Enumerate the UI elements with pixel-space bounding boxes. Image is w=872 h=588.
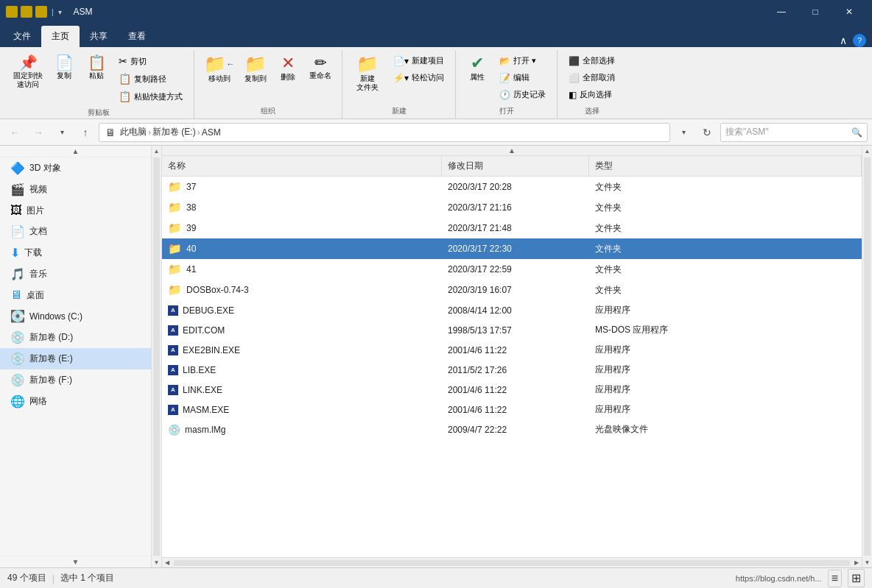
file-name: 📁 37 [162, 179, 442, 195]
sidebar-item-desktop[interactable]: 🖥 桌面 [0, 285, 151, 305]
refresh-button[interactable]: ↻ [697, 122, 717, 143]
tab-view[interactable]: 查看 [118, 26, 156, 47]
hscroll-thumb[interactable] [174, 560, 850, 566]
paste-label: 粘贴 [89, 71, 104, 80]
sidebar-item-video[interactable]: 🎬 视频 [0, 179, 151, 200]
hscroll-right[interactable]: ▶ [851, 558, 862, 568]
easyaccess-button[interactable]: ⚡▾ 轻松访问 [388, 70, 449, 85]
file-name-text: DOSBox-0.74-3 [186, 285, 249, 295]
newfolder-button[interactable]: 📁 新建文件夹 [348, 53, 387, 94]
table-row[interactable]: 📁 41 2020/3/17 22:59 文件夹 [162, 259, 862, 280]
paste-shortcut-button[interactable]: 📋 粘贴快捷方式 [113, 88, 188, 105]
sidebar-item-network[interactable]: 🌐 网络 [0, 391, 151, 412]
table-row[interactable]: A LIB.EXE 2011/5/2 17:26 应用程序 [162, 360, 862, 380]
sidebar-item-volume-f[interactable]: 💿 新加卷 (F:) [0, 369, 151, 391]
edit-label: 编辑 [513, 72, 530, 83]
open-label: 打开 [460, 105, 552, 118]
copy-button[interactable]: 📄 复制 [49, 53, 80, 82]
col-header-type[interactable]: 类型 [589, 156, 862, 176]
close-button[interactable]: ✕ [832, 0, 866, 24]
col-header-date[interactable]: 修改日期 [442, 156, 589, 176]
tab-home[interactable]: 主页 [41, 26, 80, 47]
sidebar-item-documents[interactable]: 📄 文档 [0, 221, 151, 242]
sidebar-item-pictures[interactable]: 🖼 图片 [0, 200, 151, 221]
video-icon: 🎬 [10, 183, 25, 196]
edit-button[interactable]: 📝 编辑 [494, 70, 551, 85]
newitem-button[interactable]: 📄▾ 新建项目 [388, 53, 449, 68]
file-name: A EXE2BIN.EXE [162, 344, 442, 357]
table-row[interactable]: A EDIT.COM 1998/5/13 17:57 MS-DOS 应用程序 [162, 320, 862, 340]
view-details-button[interactable]: ≡ [828, 570, 842, 587]
select-col: ⬛ 全部选择 ⬜ 全部取消 ◧ 反向选择 [563, 53, 620, 102]
history-icon: 🕐 [499, 90, 510, 100]
minimize-button[interactable]: — [764, 0, 798, 24]
vscroll-up[interactable]: ▲ [862, 146, 872, 156]
delete-label: 删除 [281, 73, 295, 82]
openfile-button[interactable]: 📂 打开 ▾ [494, 53, 551, 68]
invertselect-button[interactable]: ◧ 反向选择 [563, 87, 620, 102]
cut-button[interactable]: ✂ 剪切 [113, 53, 188, 69]
sidebar-scroll-up-btn[interactable]: ▲ [152, 146, 161, 156]
pin-icon: 📌 [19, 55, 38, 70]
tab-file[interactable]: 文件 [3, 26, 41, 47]
file-name-text: 39 [186, 223, 196, 233]
rename-button[interactable]: ✏ 重命名 [305, 53, 336, 82]
selectnone-button[interactable]: ⬜ 全部取消 [563, 70, 620, 85]
filelist-scroll-up[interactable]: ▲ [162, 146, 862, 156]
selectall-button[interactable]: ⬛ 全部选择 [563, 53, 620, 68]
search-box[interactable]: 搜索"ASM" 🔍 [720, 123, 868, 142]
sidebar-item-3dobjects[interactable]: 🔷 3D 对象 [0, 157, 151, 179]
sidebar-item-volume-d[interactable]: 💿 新加卷 (D:) [0, 327, 151, 348]
sidebar-scroll-thumb[interactable] [153, 157, 160, 556]
table-row[interactable]: 📁 DOSBox-0.74-3 2020/3/19 16:07 文件夹 [162, 280, 862, 300]
sidebar-scroll-up[interactable]: ▲ [0, 146, 151, 157]
view-large-button[interactable]: ⊞ [848, 569, 865, 587]
history-button[interactable]: 🕐 历史记录 [494, 87, 551, 102]
up-button[interactable]: ↑ [75, 122, 96, 143]
sidebar-item-volume-e[interactable]: 💿 新加卷 (E:) [0, 348, 151, 369]
sidebar-scroll-down-btn[interactable]: ▼ [152, 557, 161, 567]
properties-label: 属性 [470, 73, 485, 82]
table-row[interactable]: 💿 masm.lMg 2009/4/7 22:22 光盘映像文件 [162, 419, 862, 439]
sidebar-item-music[interactable]: 🎵 音乐 [0, 263, 151, 285]
hscroll-left[interactable]: ◀ [162, 558, 172, 568]
table-row[interactable]: A DEBUG.EXE 2008/4/14 12:00 应用程序 [162, 300, 862, 320]
pin-button[interactable]: 📌 固定到快速访问 [9, 53, 47, 91]
table-row[interactable]: A LINK.EXE 2001/4/6 11:22 应用程序 [162, 380, 862, 400]
video-label: 视频 [29, 183, 47, 196]
properties-button[interactable]: ✔ 属性 [462, 53, 493, 84]
ribbon-collapse-icon[interactable]: ∧ [840, 35, 847, 46]
app-icon-1 [6, 6, 18, 18]
paste-button[interactable]: 📋 粘贴 [81, 53, 112, 82]
horizontal-scrollbar[interactable]: ◀ ▶ [162, 557, 862, 567]
forward-button[interactable]: → [28, 122, 49, 143]
back-button[interactable]: ← [4, 122, 25, 143]
recent-button[interactable]: ▾ [52, 122, 72, 143]
col-header-name[interactable]: 名称 [162, 156, 442, 176]
help-icon[interactable]: ? [853, 34, 866, 47]
sidebar-scroll-down[interactable]: ▼ [0, 556, 151, 567]
sidebar: 🔷 3D 对象 🎬 视频 🖼 图片 📄 文档 ⬇ 下载 [0, 157, 151, 556]
sidebar-scrollbar[interactable]: ▲ ▼ [151, 146, 161, 567]
table-row[interactable]: 📁 37 2020/3/17 20:28 文件夹 [162, 177, 862, 197]
table-row[interactable]: A MASM.EXE 2001/4/6 11:22 应用程序 [162, 400, 862, 419]
copyto-button[interactable]: 📁 复制到 [240, 53, 271, 85]
sidebar-item-windowsc[interactable]: 💽 Windows (C:) [0, 305, 151, 327]
table-row[interactable]: A EXE2BIN.EXE 2001/4/6 11:22 应用程序 [162, 340, 862, 360]
delete-button[interactable]: ✕ 删除 [272, 53, 303, 84]
sidebar-item-downloads[interactable]: ⬇ 下载 [0, 242, 151, 263]
moveto-button[interactable]: 📁← 移动到 [200, 53, 239, 85]
table-row[interactable]: 📁 39 2020/3/17 21:48 文件夹 [162, 218, 862, 238]
address-path[interactable]: 🖥 此电脑 › 新加卷 (E:) › ASM [99, 123, 670, 142]
maximize-button[interactable]: □ [798, 0, 832, 24]
copy-path-button[interactable]: 📋 复制路径 [113, 71, 188, 87]
path-dropdown[interactable]: ▾ [673, 122, 694, 143]
filelist-scrollbar[interactable]: ▲ ▼ [862, 146, 872, 567]
ribbon-group-organize: 📁← 移动到 📁 复制到 ✕ 删除 ✏ 重命名 组织 [194, 50, 342, 118]
table-row[interactable]: 📁 40 2020/3/17 22:30 文件夹 [162, 238, 862, 259]
table-row[interactable]: 📁 38 2020/3/17 21:16 文件夹 [162, 197, 862, 218]
vscroll-down[interactable]: ▼ [862, 557, 872, 567]
vscroll-thumb[interactable] [864, 157, 871, 556]
tab-share[interactable]: 共享 [80, 26, 118, 47]
new-small-col: 📄▾ 新建项目 ⚡▾ 轻松访问 [388, 53, 449, 85]
